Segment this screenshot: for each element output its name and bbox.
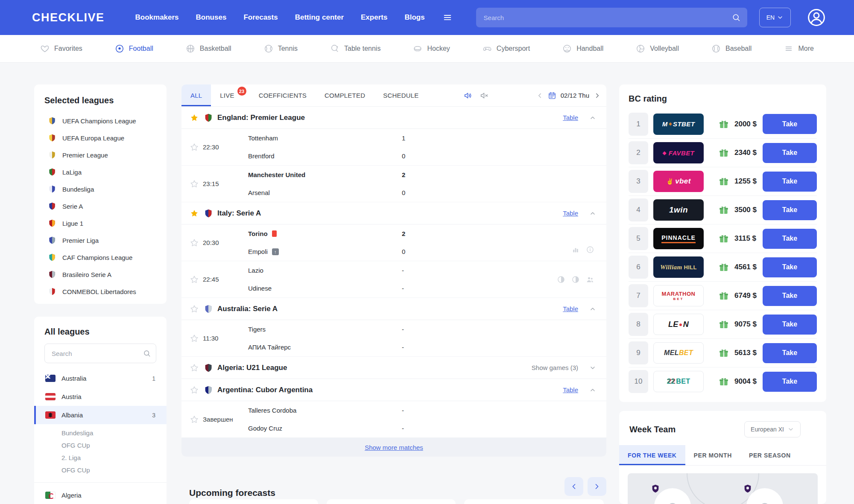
calendar-icon[interactable] bbox=[548, 91, 556, 100]
table-link[interactable]: Table bbox=[563, 210, 578, 217]
match-row[interactable]: 22:30Tottenham1Brentford0 bbox=[181, 129, 606, 166]
take-button[interactable]: Take bbox=[763, 372, 817, 392]
people-icon[interactable] bbox=[586, 275, 594, 284]
player-card[interactable] bbox=[746, 488, 783, 504]
sports-nav-item-more[interactable]: More bbox=[784, 44, 813, 53]
selected-league-premier-liga[interactable]: Premier Liga bbox=[34, 232, 167, 249]
match-row[interactable]: 23:15Manchester United2Arsenal0 bbox=[181, 166, 606, 202]
show-games-link[interactable]: Show games (3) bbox=[532, 364, 578, 371]
bookmaker-logo-mostbet[interactable]: M✶STBET bbox=[653, 114, 704, 135]
bookmaker-logo-melbet[interactable]: MELBET bbox=[653, 342, 704, 364]
sports-nav-item-table-tennis[interactable]: Table tennis bbox=[330, 44, 380, 53]
selected-league-caf-champions-league[interactable]: CAF Champions League bbox=[34, 249, 167, 266]
country-item-australia[interactable]: Australia1 bbox=[34, 369, 167, 387]
leagues-search-input[interactable] bbox=[45, 350, 156, 357]
menu-icon[interactable] bbox=[443, 13, 452, 22]
bookmaker-logo-marathonbet[interactable]: MARATHONBET bbox=[653, 285, 704, 306]
sports-nav-item-handball[interactable]: Handball bbox=[562, 44, 603, 53]
collapse-section-icon[interactable] bbox=[589, 306, 596, 312]
sports-nav-item-tennis[interactable]: Tennis bbox=[264, 44, 298, 53]
match-row[interactable]: 22:45Lazio-Udinese- bbox=[181, 261, 606, 298]
favorite-star-icon[interactable] bbox=[190, 180, 199, 188]
sports-nav-item-favorites[interactable]: Favorites bbox=[40, 44, 82, 53]
half-circle-icon[interactable] bbox=[557, 275, 565, 284]
week-tab-per-month[interactable]: PER MONTH bbox=[685, 445, 740, 465]
favorite-star-icon[interactable] bbox=[190, 386, 199, 394]
selected-league-uefa-champions-league[interactable]: UEFA Champions League bbox=[34, 112, 167, 129]
subleague-item-2-liga-2[interactable]: 2. Liga bbox=[34, 452, 167, 464]
week-tab-for-the-week[interactable]: FOR THE WEEK bbox=[619, 445, 685, 465]
selected-league-conmebol-libertadores[interactable]: CONMEBOL Libertadores bbox=[34, 283, 167, 300]
favorite-star-icon[interactable] bbox=[190, 415, 199, 424]
tab-completed[interactable]: COMPLETED bbox=[316, 84, 374, 106]
bookmaker-logo-williamhill[interactable]: WilliamHILL bbox=[653, 256, 704, 278]
collapse-section-icon[interactable] bbox=[589, 387, 596, 393]
take-button[interactable]: Take bbox=[763, 114, 817, 134]
language-selector[interactable]: EN bbox=[759, 8, 791, 27]
player-card[interactable] bbox=[654, 488, 691, 504]
selected-league-ligue-1[interactable]: Ligue 1 bbox=[34, 215, 167, 232]
info-icon[interactable] bbox=[586, 245, 594, 254]
bookmaker-logo-22bet[interactable]: 22BET bbox=[653, 371, 704, 392]
sports-nav-item-volleyball[interactable]: Volleyball bbox=[636, 44, 679, 53]
table-link[interactable]: Table bbox=[563, 114, 578, 121]
forecast-card[interactable] bbox=[464, 499, 604, 504]
tab-coefficients[interactable]: COEFFICIENTS bbox=[250, 84, 316, 106]
selected-league-uefa-europa-league[interactable]: UEFA Europa League bbox=[34, 129, 167, 146]
collapse-section-icon[interactable] bbox=[589, 210, 596, 217]
country-item-albania[interactable]: Albania3 bbox=[34, 406, 167, 424]
show-more-link[interactable]: Show more matches bbox=[365, 444, 423, 451]
sports-nav-item-baseball[interactable]: Baseball bbox=[711, 44, 752, 53]
speaker-muted-icon[interactable] bbox=[480, 91, 489, 100]
tab-schedule[interactable]: SCHEDULE bbox=[374, 84, 427, 106]
sports-nav-item-cybersport[interactable]: Cybersport bbox=[483, 44, 530, 53]
tab-all[interactable]: ALL bbox=[181, 84, 211, 106]
chevron-left-icon[interactable] bbox=[536, 92, 544, 99]
header-nav-blogs[interactable]: Blogs bbox=[404, 13, 424, 22]
header-nav-bookmakers[interactable]: Bookmakers bbox=[135, 13, 179, 22]
favorite-star-icon[interactable] bbox=[190, 275, 199, 284]
favorite-star-icon[interactable] bbox=[190, 143, 199, 151]
take-button[interactable]: Take bbox=[763, 315, 817, 335]
header-nav-forecasts[interactable]: Forecasts bbox=[243, 13, 278, 22]
bar-chart-icon[interactable] bbox=[571, 245, 580, 254]
take-button[interactable]: Take bbox=[763, 343, 817, 363]
header-nav-betting-center[interactable]: Betting center bbox=[295, 13, 344, 22]
sports-nav-item-hockey[interactable]: Hockey bbox=[413, 44, 450, 53]
header-nav-experts[interactable]: Experts bbox=[361, 13, 387, 22]
match-row[interactable]: ЗавершенTalleres Cordoba-Godoy Cruz- bbox=[181, 401, 606, 438]
match-row[interactable]: 11:30Tigers-АПИА Тайгерс- bbox=[181, 320, 606, 357]
country-item-algeria[interactable]: Algeria bbox=[34, 486, 167, 504]
bookmaker-logo-1win[interactable]: 1win bbox=[653, 199, 704, 221]
sports-nav-item-football[interactable]: Football bbox=[115, 44, 153, 53]
selected-league-laliga[interactable]: LaLiga bbox=[34, 163, 167, 181]
take-button[interactable]: Take bbox=[763, 200, 817, 220]
user-avatar-icon[interactable] bbox=[806, 7, 827, 28]
collapse-section-icon[interactable] bbox=[589, 114, 596, 121]
favorite-star-icon[interactable] bbox=[190, 209, 199, 218]
subleague-item-ofg-cup-3[interactable]: OFG CUp bbox=[34, 464, 167, 476]
search-icon[interactable] bbox=[732, 13, 740, 22]
chevron-right-icon[interactable] bbox=[594, 92, 601, 99]
favorite-star-icon[interactable] bbox=[190, 334, 199, 343]
favorite-star-icon[interactable] bbox=[190, 114, 199, 122]
take-button[interactable]: Take bbox=[763, 257, 817, 277]
selected-league-serie-a[interactable]: Serie A bbox=[34, 198, 167, 215]
bookmaker-logo-leon[interactable]: LE●N bbox=[653, 314, 704, 335]
expand-section-icon[interactable] bbox=[589, 364, 596, 371]
search-icon[interactable] bbox=[143, 350, 151, 357]
sports-nav-item-basketball[interactable]: Basketball bbox=[186, 44, 231, 53]
forecast-card[interactable] bbox=[189, 499, 318, 504]
favorite-star-icon[interactable] bbox=[190, 364, 199, 372]
subleague-item-ofg-cup-1[interactable]: OFG CUp bbox=[34, 439, 167, 452]
tab-live[interactable]: LIVE23 bbox=[211, 84, 249, 106]
header-nav-bonuses[interactable]: Bonuses bbox=[196, 13, 227, 22]
take-button[interactable]: Take bbox=[763, 143, 817, 163]
subleague-item-bundesliga-0[interactable]: Bundesliga bbox=[34, 427, 167, 439]
selected-league-brasileiro-serie-a[interactable]: Brasileiro Serie A bbox=[34, 266, 167, 283]
country-item-austria[interactable]: Austria bbox=[34, 387, 167, 406]
site-logo[interactable]: CHECKLIVE bbox=[32, 11, 105, 24]
week-tab-per-season[interactable]: PER SEASON bbox=[740, 445, 799, 465]
current-date[interactable]: 02/12 Thu bbox=[561, 92, 589, 99]
bookmaker-logo-pinnacle[interactable]: PINNACLE bbox=[653, 228, 704, 249]
